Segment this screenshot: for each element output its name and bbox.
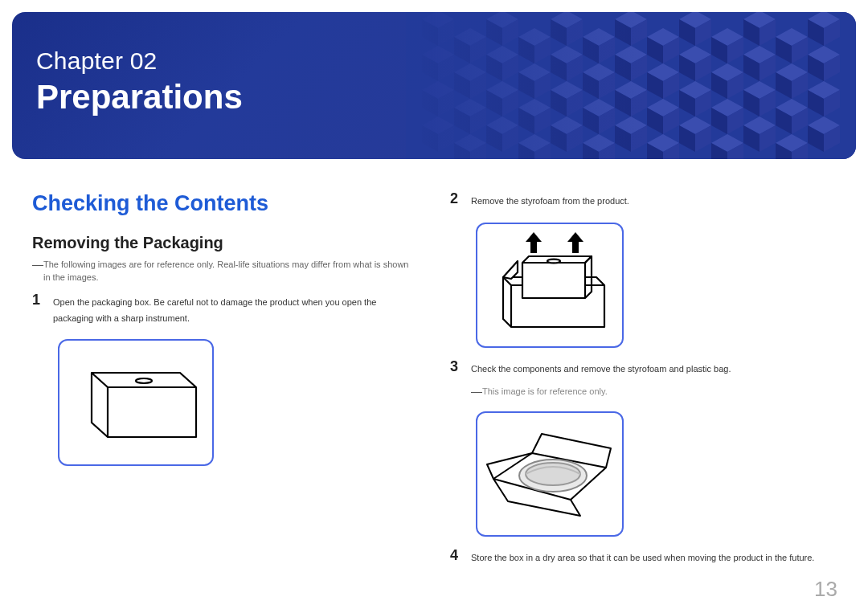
right-column: 2 Remove the styrofoam from the product. [450, 191, 836, 574]
svg-point-6 [136, 378, 152, 383]
box-unfolded-illustration [485, 421, 614, 524]
svg-marker-11 [526, 232, 542, 253]
box-open-arrows-illustration [485, 232, 614, 335]
step-4-text: Store the box in a dry area so that it c… [471, 548, 814, 566]
svg-rect-8 [522, 263, 585, 298]
chapter-label: Chapter 02 [36, 47, 243, 75]
svg-marker-12 [567, 232, 583, 253]
content-area: Checking the Contents Removing the Packa… [12, 159, 856, 574]
step-3-text: Check the components and remove the styr… [471, 359, 731, 378]
step-1-text: Open the packaging box. Be careful not t… [53, 292, 418, 327]
note-images-text: The following images are for reference o… [43, 259, 418, 284]
note-images: ― The following images are for reference… [32, 259, 418, 284]
chapter-banner: Chapter 02 Preparations [12, 12, 856, 159]
dash-icon: ― [471, 386, 482, 397]
figure-step2 [476, 223, 624, 348]
svg-rect-4 [406, 12, 647, 159]
dash-icon: ― [32, 259, 43, 270]
figure-step3 [476, 411, 624, 537]
step-4: 4 Store the box in a dry area so that it… [450, 548, 836, 566]
step-number: 3 [450, 359, 471, 374]
note-reference-text: This image is for reference only. [482, 386, 608, 398]
figure-step1 [58, 339, 214, 466]
step-number: 2 [450, 191, 471, 206]
step-1: 1 Open the packaging box. Be careful not… [32, 292, 418, 327]
banner-cubes-decoration [406, 12, 856, 159]
box-closed-illustration [68, 349, 204, 453]
sub-heading: Removing the Packaging [32, 234, 418, 252]
chapter-title: Preparations [36, 78, 243, 116]
svg-marker-10 [503, 261, 518, 279]
section-heading: Checking the Contents [32, 191, 418, 216]
step-2-text: Remove the styrofoam from the product. [471, 191, 629, 210]
step-number: 1 [32, 292, 53, 307]
step-number: 4 [450, 548, 471, 562]
note-reference: ― This image is for reference only. [471, 386, 836, 398]
left-column: Checking the Contents Removing the Packa… [32, 191, 418, 574]
svg-point-9 [547, 259, 560, 263]
step-3: 3 Check the components and remove the st… [450, 359, 836, 378]
manual-page: Chapter 02 Preparations Checking the Con… [0, 0, 868, 613]
page-number: 13 [814, 577, 837, 602]
step-2: 2 Remove the styrofoam from the product. [450, 191, 836, 210]
